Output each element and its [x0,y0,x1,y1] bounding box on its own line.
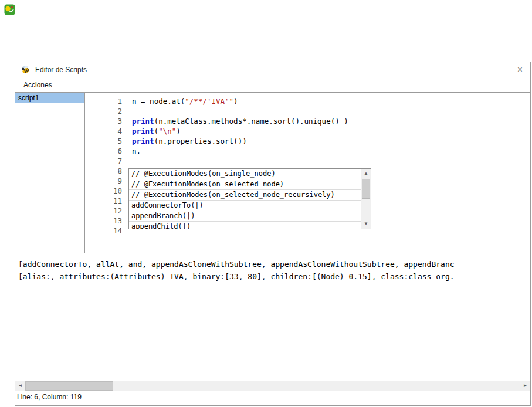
autocomplete-item[interactable]: addConnectorTo(|) [129,201,361,211]
code-line[interactable]: 1n = node.at("/**/'IVA'") [85,96,530,106]
line-number: 11 [85,196,128,206]
line-number: 7 [85,156,128,166]
text-caret [141,147,141,155]
code-token: ) [176,127,181,135]
script-list-item[interactable]: script1 [15,93,84,103]
code-token: print [132,127,154,135]
autocomplete-list: // @ExecutionModes(on_single_node) // @E… [129,169,361,229]
code-line[interactable]: 6n. [85,146,530,156]
scrollbar-thumb[interactable] [362,179,370,199]
scroll-down-icon[interactable]: ▼ [361,219,371,229]
dialog-title: Editor de Scripts [35,66,87,74]
autocomplete-popup: // @ExecutionModes(on_single_node) // @E… [128,168,371,229]
line-number: 1 [85,96,128,106]
page-divider [0,18,532,18]
line-number: 5 [85,136,128,146]
status-bar: Line: 6, Column: 119 [15,391,530,406]
code-text: n. [128,146,141,156]
output-line: [alias:, attributes:(Attributes) IVA, bi… [18,270,527,283]
horizontal-scrollbar[interactable]: ◄ ► [15,381,530,391]
menu-bar: Acciones [15,77,530,92]
code-line[interactable]: 4print("\n") [85,126,530,136]
line-number: 4 [85,126,128,136]
script-editor-dialog: Editor de Scripts × Acciones script1 1n … [15,62,531,406]
close-icon[interactable]: × [515,65,525,74]
code-line[interactable]: 3print(n.metaClass.methods*.name.sort().… [85,116,530,126]
code-text: print("\n") [128,126,181,136]
code-text [128,156,132,166]
line-number: 14 [85,226,128,236]
code-text: n = node.at("/**/'IVA'") [128,96,238,106]
autocomplete-item[interactable]: // @ExecutionModes(on_selected_node_recu… [129,190,361,201]
code-text: print(n.metaClass.methods*.name.sort().u… [128,116,348,126]
line-number: 12 [85,206,128,216]
code-editor[interactable]: 1n = node.at("/**/'IVA'")23print(n.metaC… [85,93,530,253]
output-line: [addConnectorTo, allAt, and, appendAsClo… [18,258,527,270]
desktop-page: Editor de Scripts × Acciones script1 1n … [0,0,532,407]
dialog-titlebar: Editor de Scripts × [15,62,530,77]
code-token: print [132,137,154,145]
editor-split: script1 1n = node.at("/**/'IVA'")23print… [15,92,530,253]
code-token: ) [233,97,238,106]
line-number: 2 [85,106,128,116]
code-line[interactable]: 2 [85,106,530,116]
code-token: "/**/'IVA'" [185,97,233,106]
freeplane-app-icon[interactable] [4,4,15,15]
line-number: 10 [85,186,128,196]
caret-position-status: Line: 6, Column: 119 [17,393,82,401]
autocomplete-item[interactable]: // @ExecutionModes(on_single_node) [129,169,361,179]
scroll-up-icon[interactable]: ▲ [361,169,371,178]
scroll-right-icon[interactable]: ► [520,381,530,391]
autocomplete-item[interactable]: appendBranch(|) [129,211,361,222]
line-number: 9 [85,176,128,186]
code-line[interactable]: 7 [85,156,530,166]
autocomplete-item[interactable]: appendChild(|) [129,222,361,229]
code-token: "\n" [158,127,176,135]
code-text: print(n.properties.sort()) [128,136,247,146]
scroll-left-icon[interactable]: ◄ [15,381,25,391]
bee-icon [21,65,31,74]
code-token: (n.metaClass.methods*.name.sort().unique… [154,117,348,126]
line-number: 6 [85,146,128,156]
code-token: n = node.at( [132,97,185,106]
menu-item-acciones[interactable]: Acciones [21,79,55,91]
code-line[interactable]: 5print(n.properties.sort()) [85,136,530,146]
code-text [128,106,132,116]
code-token: n. [132,147,141,155]
output-pane[interactable]: [addConnectorTo, allAt, and, appendAsClo… [15,253,530,381]
code-token: (n.properties.sort()) [154,137,247,145]
line-number: 13 [85,216,128,226]
hscrollbar-thumb[interactable] [25,381,113,391]
line-number: 8 [85,166,128,176]
autocomplete-item[interactable]: // @ExecutionModes(on_selected_node) [129,179,361,190]
code-token: print [132,117,154,126]
line-number: 3 [85,116,128,126]
autocomplete-scrollbar[interactable]: ▲ ▼ [361,169,371,229]
script-list[interactable]: script1 [15,93,85,253]
